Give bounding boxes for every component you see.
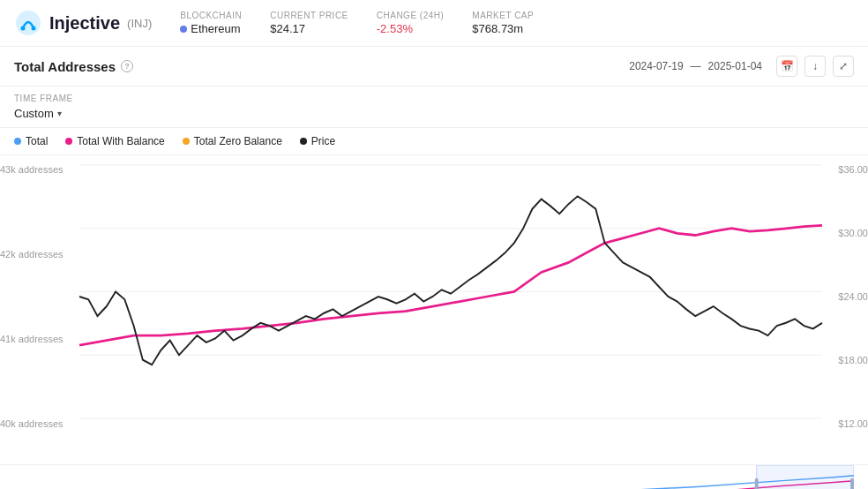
legend-total: Total <box>14 135 48 147</box>
y-axis-left: 43k addresses 42k addresses 41k addresse… <box>0 155 79 438</box>
date-range: 2024-07-19 — 2025-01-04 📅 ↓ ⤢ <box>629 56 854 77</box>
info-icon[interactable]: ? <box>121 60 133 72</box>
timeframe-label: TIME FRAME <box>14 94 854 103</box>
legend-label-price: Price <box>311 135 335 147</box>
share-icon[interactable]: ⤢ <box>833 56 854 77</box>
price-label: CURRENT PRICE <box>270 11 348 20</box>
legend-dot-price <box>300 138 307 145</box>
eth-icon <box>180 26 187 33</box>
date-to: 2025-01-04 <box>708 60 762 72</box>
marketcap-label: MARKET CAP <box>472 11 534 20</box>
blockchain-value: Ethereum <box>180 22 242 35</box>
legend-price: Price <box>300 135 335 147</box>
page-title: Total Addresses <box>14 59 116 74</box>
y-right-label-3: $24.00 <box>822 291 868 302</box>
legend-dot-balance <box>65 138 72 145</box>
y-right-label-4: $18.00 <box>822 355 868 365</box>
legend-label-total: Total <box>26 135 48 147</box>
marketcap-meta: MARKET CAP $768.73m <box>472 11 534 35</box>
main-chart: 43k addresses 42k addresses 41k addresse… <box>0 155 868 438</box>
timeframe-select[interactable]: Custom ▾ <box>14 107 62 120</box>
download-icon[interactable]: ↓ <box>804 56 826 77</box>
legend-label-balance: Total With Balance <box>77 135 164 147</box>
controls: TIME FRAME Custom ▾ <box>0 87 868 128</box>
legend-dot-total <box>14 138 21 145</box>
date-arrow: — <box>691 60 701 72</box>
y-axis-right: $36.00 $30.00 $24.00 $18.00 $12.00 <box>822 155 868 438</box>
legend-dot-zero <box>183 138 190 145</box>
legend-zero-balance: Total Zero Balance <box>183 135 282 147</box>
logo-text: Injective <box>49 13 120 34</box>
legend: Total Total With Balance Total Zero Bala… <box>0 128 868 155</box>
y-right-label-1: $36.00 <box>822 164 868 175</box>
svg-point-1 <box>21 26 26 31</box>
y-right-label-5: $12.00 <box>822 418 868 429</box>
page-title-area: Total Addresses ? <box>14 59 133 74</box>
y-left-label-3: 41k addresses <box>0 334 79 344</box>
y-right-label-2: $30.00 <box>822 228 868 238</box>
timeframe-value: Custom <box>14 107 54 120</box>
line-total-with-balance <box>79 225 822 345</box>
blockchain-meta: BLOCKCHAIN Ethereum <box>180 11 242 35</box>
logo-icon <box>14 9 42 37</box>
y-left-label-4: 40k addresses <box>0 418 79 429</box>
mini-chart-handle-left[interactable] <box>755 478 759 489</box>
line-price <box>79 196 822 365</box>
header: Injective (INJ) BLOCKCHAIN Ethereum CURR… <box>0 0 868 47</box>
change-meta: CHANGE (24H) -2.53% <box>377 11 445 35</box>
price-meta: CURRENT PRICE $24.17 <box>270 11 348 35</box>
legend-total-balance: Total With Balance <box>65 135 164 147</box>
change-value: -2.53% <box>377 22 445 35</box>
legend-label-zero: Total Zero Balance <box>194 135 282 147</box>
header-meta: BLOCKCHAIN Ethereum CURRENT PRICE $24.17… <box>180 11 534 35</box>
y-left-label-1: 43k addresses <box>0 164 79 175</box>
calendar-icon[interactable]: 📅 <box>776 56 797 77</box>
change-label: CHANGE (24H) <box>377 11 445 20</box>
chart-svg <box>79 155 822 438</box>
y-left-label-2: 42k addresses <box>0 249 79 260</box>
marketcap-value: $768.73m <box>472 22 534 35</box>
chevron-down-icon: ▾ <box>57 109 62 118</box>
svg-point-2 <box>32 26 36 31</box>
mini-chart-selection[interactable] <box>757 465 854 489</box>
date-actions: 📅 ↓ ⤢ <box>776 56 854 77</box>
mini-chart-handle-right[interactable] <box>850 478 854 489</box>
mini-chart <box>0 464 868 489</box>
price-value: $24.17 <box>270 22 348 35</box>
page-header: Total Addresses ? 2024-07-19 — 2025-01-0… <box>0 47 868 87</box>
chart-inner: 29 Jul 12 Aug 26 Aug 9 Sep 23 Sep 7 Oct … <box>79 155 822 438</box>
mini-chart-svg <box>14 465 854 489</box>
date-from: 2024-07-19 <box>629 60 683 72</box>
blockchain-label: BLOCKCHAIN <box>180 11 242 20</box>
logo: Injective (INJ) <box>14 9 152 37</box>
logo-ticker: (INJ) <box>127 17 152 30</box>
